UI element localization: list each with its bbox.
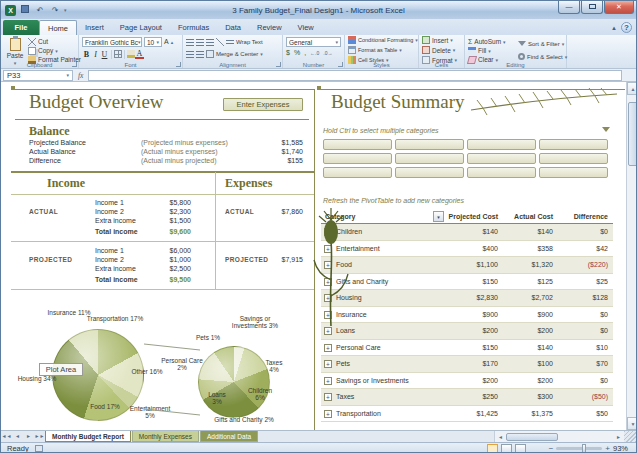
zoom-slider-thumb[interactable] — [582, 444, 586, 453]
copy-button[interactable]: Copy ▾ — [28, 46, 81, 55]
font-size-combo[interactable]: 10▾ — [144, 37, 162, 47]
formula-input[interactable] — [88, 70, 622, 81]
autosum-button[interactable]: ΣAutoSum ▾ — [468, 37, 506, 46]
tab-data[interactable]: Data — [217, 20, 249, 35]
expand-row-button[interactable]: + — [324, 410, 332, 418]
tab-view[interactable]: View — [290, 20, 322, 35]
redo-button[interactable]: ↷ — [49, 5, 61, 16]
help-icon[interactable]: ? — [621, 22, 632, 33]
minimize-button[interactable]: — — [558, 1, 580, 14]
page-break-view-icon[interactable] — [515, 444, 526, 453]
slicer-button[interactable] — [395, 153, 464, 164]
zoom-out-button[interactable]: − — [549, 445, 554, 453]
font-name-combo[interactable]: Franklin Gothic Bc▾ — [82, 37, 142, 47]
sheet-tab-monthly-expenses[interactable]: Monthly Expenses — [132, 431, 199, 442]
number-format-combo[interactable]: General▾ — [286, 37, 341, 47]
tab-home[interactable]: Home — [39, 20, 77, 35]
vertical-scroll-thumb[interactable] — [628, 102, 637, 166]
zoom-in-button[interactable]: + — [605, 445, 610, 453]
scroll-right-button[interactable]: ► — [613, 434, 624, 440]
clipboard-dialog-launcher[interactable] — [72, 62, 77, 67]
sheet-tab-monthly-budget-report[interactable]: Monthly Budget Report — [45, 431, 131, 442]
tab-review[interactable]: Review — [249, 20, 290, 35]
expand-row-button[interactable]: + — [324, 377, 332, 385]
comma-format-icon[interactable]: , — [304, 49, 306, 56]
minimize-ribbon-icon[interactable]: ▲ — [611, 25, 617, 31]
save-button[interactable] — [19, 5, 31, 16]
zoom-level[interactable]: 93% — [613, 444, 628, 453]
cut-button[interactable]: Cut — [28, 37, 81, 46]
fx-icon[interactable]: fx — [78, 71, 83, 80]
slicer-button[interactable] — [467, 167, 536, 178]
tab-insert[interactable]: Insert — [77, 20, 112, 35]
tab-page-layout[interactable]: Page Layout — [112, 20, 170, 35]
qat-dropdown-icon[interactable]: ▾ — [64, 7, 67, 13]
align-top-icon[interactable] — [186, 38, 194, 46]
tab-file[interactable]: File — [3, 20, 39, 35]
resize-grip[interactable] — [624, 431, 636, 442]
maximize-button[interactable] — [581, 1, 603, 14]
tab-formulas[interactable]: Formulas — [170, 20, 217, 35]
italic-button[interactable]: I — [91, 50, 100, 59]
normal-view-icon[interactable] — [487, 444, 498, 453]
percent-format-icon[interactable]: % — [294, 49, 300, 56]
enter-expenses-button[interactable]: Enter Expenses — [223, 98, 303, 111]
currency-format-icon[interactable]: $ — [286, 49, 290, 56]
name-box[interactable]: P33▾ — [3, 70, 73, 81]
font-dialog-launcher[interactable] — [176, 62, 181, 67]
first-sheet-button[interactable]: ◄◄ — [1, 431, 12, 442]
expand-row-button[interactable]: + — [324, 245, 332, 253]
paste-button[interactable]: Paste ▾ — [4, 37, 26, 62]
slicer-button[interactable] — [539, 167, 608, 178]
undo-button[interactable]: ↶ — [34, 5, 46, 16]
fill-color-icon[interactable] — [127, 50, 135, 58]
scroll-up-button[interactable]: ▲ — [627, 82, 637, 95]
expand-row-button[interactable]: + — [324, 294, 332, 302]
insert-cells-button[interactable]: Insert ▾ — [419, 35, 464, 45]
worksheet[interactable]: Budget Overview Enter Expenses Balance P… — [1, 82, 626, 430]
slicer-button[interactable] — [539, 153, 608, 164]
grow-font-button[interactable]: A▴ — [164, 37, 173, 46]
other-breakdown-pie-chart[interactable] — [198, 346, 270, 418]
number-dialog-launcher[interactable] — [338, 62, 343, 67]
borders-icon[interactable] — [114, 50, 122, 58]
page-layout-view-icon[interactable] — [501, 444, 512, 453]
alignment-dialog-launcher[interactable] — [276, 62, 281, 67]
underline-button[interactable]: U — [100, 50, 109, 59]
align-left-icon[interactable] — [186, 50, 194, 58]
sort-filter-button[interactable]: Sort & Filter ▾ — [518, 37, 567, 50]
expand-row-button[interactable]: + — [324, 344, 332, 352]
expand-row-button[interactable]: + — [324, 327, 332, 335]
prev-sheet-button[interactable]: ◄ — [12, 431, 23, 442]
vertical-scrollbar[interactable]: ▲ ▼ — [626, 82, 637, 430]
slicer-button[interactable] — [467, 153, 536, 164]
expand-row-button[interactable]: + — [324, 278, 332, 286]
increase-decimal-icon[interactable]: ←.0 — [310, 50, 319, 56]
slicer-button[interactable] — [395, 139, 464, 150]
font-color-icon[interactable]: A — [135, 49, 144, 59]
format-as-table-button[interactable]: Format as Table ▾ — [345, 45, 418, 55]
slicer-button[interactable] — [467, 139, 536, 150]
bold-button[interactable]: B — [82, 50, 91, 59]
sheet-tab-additional-data[interactable]: Additional Data — [200, 431, 258, 442]
expand-row-button[interactable]: + — [324, 393, 332, 401]
merge-center-button[interactable]: Merge & Center ▾ — [206, 49, 263, 58]
slicer-button[interactable] — [323, 167, 392, 178]
clear-filter-icon[interactable] — [602, 127, 610, 132]
horizontal-scrollbar[interactable]: ◄ ► — [494, 431, 624, 442]
align-middle-icon[interactable] — [196, 38, 204, 46]
next-sheet-button[interactable]: ► — [23, 431, 34, 442]
zoom-slider[interactable] — [556, 447, 602, 450]
delete-cells-button[interactable]: Delete ▾ — [419, 45, 464, 55]
fill-button[interactable]: Fill ▾ — [468, 46, 506, 55]
close-button[interactable]: ✕ — [604, 1, 634, 14]
last-sheet-button[interactable]: ►► — [34, 431, 45, 442]
scroll-left-button[interactable]: ◄ — [495, 434, 506, 440]
macro-record-icon[interactable] — [35, 445, 43, 452]
orientation-icon[interactable] — [216, 38, 224, 46]
slicer-button[interactable] — [323, 139, 392, 150]
wrap-text-button[interactable]: Wrap Text — [226, 37, 263, 46]
slicer-button[interactable] — [395, 167, 464, 178]
align-center-icon[interactable] — [196, 50, 204, 58]
expand-row-button[interactable]: + — [324, 311, 332, 319]
